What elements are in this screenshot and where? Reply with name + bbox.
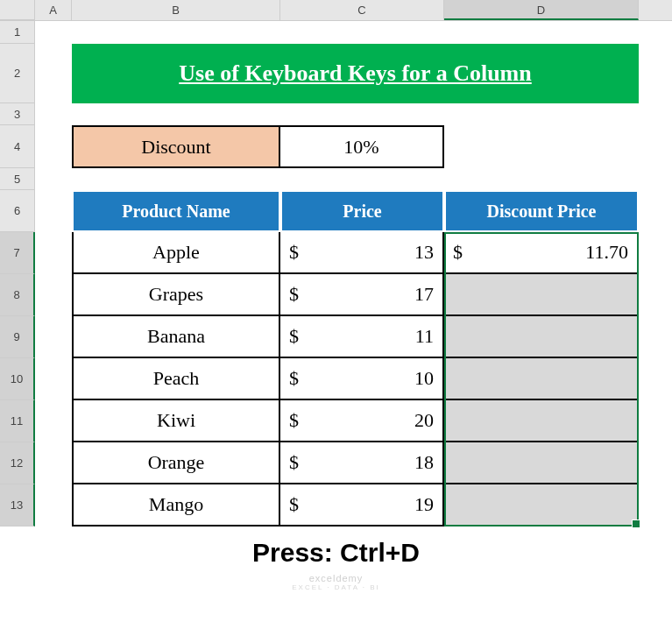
row-headers: 1 2 3 4 5 6 7 8 9 10 11 12 13 <box>0 21 35 527</box>
row-header-10[interactable]: 10 <box>0 358 35 400</box>
table-row: Apple $13 $11.70 <box>72 232 639 274</box>
currency-symbol: $ <box>289 283 299 306</box>
col-header-a[interactable]: A <box>35 0 72 20</box>
cell-discount[interactable] <box>444 400 639 442</box>
cells-area[interactable]: Use of Keyboard Keys for a Column Discou… <box>35 21 672 527</box>
row-header-4[interactable]: 4 <box>0 125 35 168</box>
watermark-line2: EXCEL · DATA · BI <box>0 583 672 591</box>
cell-product[interactable]: Peach <box>72 358 280 400</box>
row-header-9[interactable]: 9 <box>0 316 35 358</box>
cell-product[interactable]: Kiwi <box>72 400 280 442</box>
price-value: 11 <box>415 325 434 348</box>
cell-price[interactable]: $10 <box>280 358 444 400</box>
header-discount-price: Discount Price <box>444 190 639 232</box>
row-header-11[interactable]: 11 <box>0 400 35 442</box>
cell-discount[interactable] <box>444 274 639 316</box>
cell-price[interactable]: $18 <box>280 442 444 484</box>
price-value: 10 <box>414 367 434 390</box>
row-header-3[interactable]: 3 <box>0 103 35 125</box>
instruction-text: Press: Ctrl+D <box>0 538 672 568</box>
col-header-c[interactable]: C <box>280 0 444 20</box>
table-header-row: Product Name Price Discount Price <box>72 190 639 232</box>
row-header-1[interactable]: 1 <box>0 21 35 44</box>
data-table: Product Name Price Discount Price Apple … <box>72 190 639 527</box>
cell-price[interactable]: $19 <box>280 484 444 527</box>
cell-product[interactable]: Grapes <box>72 274 280 316</box>
select-all-corner[interactable] <box>0 0 35 20</box>
discount-value-cell[interactable]: 10% <box>280 125 444 168</box>
column-headers: A B C D <box>0 0 672 21</box>
currency-symbol: $ <box>453 241 463 264</box>
cell-price[interactable]: $11 <box>280 316 444 358</box>
cell-price[interactable]: $13 <box>280 232 444 274</box>
cell-price[interactable]: $20 <box>280 400 444 442</box>
col-header-b[interactable]: B <box>72 0 280 20</box>
header-product: Product Name <box>72 190 280 232</box>
col-header-d[interactable]: D <box>444 0 639 20</box>
currency-symbol: $ <box>289 325 299 348</box>
row-header-6[interactable]: 6 <box>0 190 35 232</box>
price-value: 18 <box>414 451 434 474</box>
table-row: Orange $18 <box>72 442 639 484</box>
header-price: Price <box>280 190 444 232</box>
row-header-8[interactable]: 8 <box>0 274 35 316</box>
currency-symbol: $ <box>289 451 299 474</box>
cell-product[interactable]: Mango <box>72 484 280 527</box>
currency-symbol: $ <box>289 409 299 432</box>
table-row: Grapes $17 <box>72 274 639 316</box>
table-row: Kiwi $20 <box>72 400 639 442</box>
row-header-13[interactable]: 13 <box>0 484 35 527</box>
price-value: 13 <box>414 241 434 264</box>
title-banner: Use of Keyboard Keys for a Column <box>72 44 639 103</box>
row-header-7[interactable]: 7 <box>0 232 35 274</box>
currency-symbol: $ <box>289 493 299 516</box>
currency-symbol: $ <box>289 241 299 264</box>
watermark-line1: exceldemy <box>0 573 672 583</box>
row-header-5[interactable]: 5 <box>0 168 35 190</box>
cell-discount[interactable] <box>444 442 639 484</box>
table-row: Peach $10 <box>72 358 639 400</box>
cell-product[interactable]: Banana <box>72 316 280 358</box>
table-row: Mango $19 <box>72 484 639 527</box>
discount-value: 11.70 <box>585 241 628 264</box>
watermark: exceldemy EXCEL · DATA · BI <box>0 573 672 591</box>
table-row: Banana $11 <box>72 316 639 358</box>
price-value: 17 <box>414 283 434 306</box>
price-value: 19 <box>414 493 434 516</box>
price-value: 20 <box>414 409 434 432</box>
cell-price[interactable]: $17 <box>280 274 444 316</box>
cell-discount[interactable] <box>444 316 639 358</box>
cell-discount[interactable] <box>444 484 639 527</box>
cell-discount[interactable]: $11.70 <box>444 232 639 274</box>
cell-product[interactable]: Apple <box>72 232 280 274</box>
row-header-2[interactable]: 2 <box>0 44 35 103</box>
currency-symbol: $ <box>289 367 299 390</box>
row-header-12[interactable]: 12 <box>0 442 35 484</box>
cell-discount[interactable] <box>444 358 639 400</box>
cell-product[interactable]: Orange <box>72 442 280 484</box>
discount-label: Discount <box>72 125 280 168</box>
discount-row: Discount 10% <box>72 125 444 168</box>
